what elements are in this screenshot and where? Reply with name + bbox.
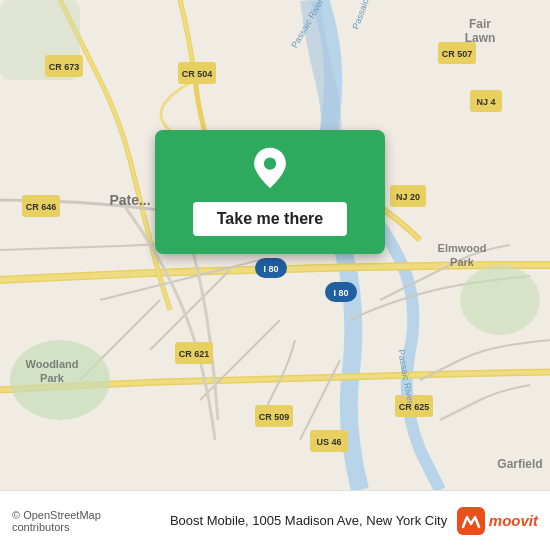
svg-text:I 80: I 80 bbox=[333, 288, 348, 298]
svg-text:CR 507: CR 507 bbox=[442, 49, 473, 59]
svg-text:CR 625: CR 625 bbox=[399, 402, 430, 412]
svg-text:NJ 20: NJ 20 bbox=[396, 192, 420, 202]
svg-text:Park: Park bbox=[40, 372, 65, 384]
cta-card: Take me there bbox=[155, 130, 385, 254]
map-container: CR 673 CR 504 CR 507 NJ 4 NJ 20 CR 646 I… bbox=[0, 0, 550, 490]
moovit-logo: moovit bbox=[457, 507, 538, 535]
svg-point-40 bbox=[264, 157, 276, 169]
svg-text:Lawn: Lawn bbox=[465, 31, 496, 45]
svg-text:I 80: I 80 bbox=[263, 264, 278, 274]
svg-text:US 46: US 46 bbox=[316, 437, 341, 447]
svg-text:Woodland: Woodland bbox=[26, 358, 79, 370]
svg-text:CR 673: CR 673 bbox=[49, 62, 80, 72]
location-label: Boost Mobile, 1005 Madison Ave, New York… bbox=[160, 513, 457, 528]
moovit-text: moovit bbox=[489, 512, 538, 529]
take-me-there-button[interactable]: Take me there bbox=[193, 202, 347, 236]
svg-text:NJ 4: NJ 4 bbox=[476, 97, 495, 107]
svg-text:CR 509: CR 509 bbox=[259, 412, 290, 422]
svg-rect-41 bbox=[457, 507, 485, 535]
svg-text:Pate...: Pate... bbox=[109, 192, 150, 208]
svg-text:CR 646: CR 646 bbox=[26, 202, 57, 212]
svg-text:Elmwood: Elmwood bbox=[438, 242, 487, 254]
moovit-icon bbox=[457, 507, 485, 535]
svg-text:Fair: Fair bbox=[469, 17, 491, 31]
svg-point-2 bbox=[460, 265, 540, 335]
osm-credit: © OpenStreetMap contributors bbox=[12, 509, 160, 533]
location-pin-icon bbox=[248, 146, 292, 190]
svg-text:Park: Park bbox=[450, 256, 475, 268]
svg-text:CR 504: CR 504 bbox=[182, 69, 213, 79]
svg-text:CR 621: CR 621 bbox=[179, 349, 210, 359]
svg-text:Garfield: Garfield bbox=[497, 457, 542, 471]
bottom-bar: © OpenStreetMap contributors Boost Mobil… bbox=[0, 490, 550, 550]
